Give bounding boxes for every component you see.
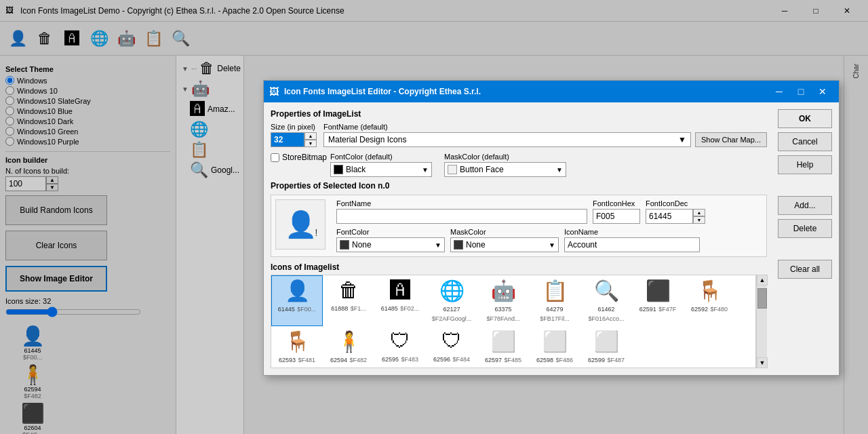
modal-right-buttons: OK Cancel Help Add... Delete Clear all [772, 109, 832, 368]
properties-header: Properties of ImageList [271, 109, 767, 119]
imagelist-tile-3[interactable]: 🌐 62127 $F2AFGoogl... [426, 275, 477, 326]
props-row-1: Size (in pixel) ▲ ▼ FontName (default) [271, 123, 767, 147]
imagelist-tile-4[interactable]: 🤖 63375 $F78FAnd... [477, 275, 529, 326]
imagelist-tile-14[interactable]: ⬜ 62598 $F486 [529, 326, 580, 368]
maskcolor-field-col: MaskColor None ▼ [450, 228, 559, 252]
maskcolor-swatch [448, 165, 457, 174]
scroll-up-button[interactable]: ▲ [757, 275, 768, 285]
add-button[interactable]: Add... [778, 196, 832, 215]
fonticondec-spinbox-buttons: ▲ ▼ [693, 209, 705, 224]
fontname-dropdown[interactable]: Material Design Icons ▼ [323, 132, 691, 147]
store-bitmap-checkbox-row: StoreBitmap [271, 153, 318, 162]
scroll-thumb[interactable] [757, 288, 767, 309]
selected-icon-header: Properties of Selected Icon n.0 [271, 181, 767, 191]
selected-props-row: 👤! FontName [275, 199, 762, 252]
imagelist-tile-5[interactable]: 📋 64279 $FB17Fil... [529, 275, 580, 326]
fontname-field-input[interactable] [336, 209, 587, 224]
delete-button[interactable]: Delete [778, 219, 832, 238]
fontname-dropdown-arrow: ▼ [678, 135, 686, 144]
imagelist-tile-15[interactable]: ⬜ 62599 $F487 [580, 326, 632, 368]
imagelist-tile-10[interactable]: 🧍 62594 $F482 [323, 326, 374, 368]
spacer2 [778, 242, 832, 256]
modal-maximize-button[interactable]: □ [790, 84, 812, 99]
field-row-1: FontName FontIconHex FontIconDec [336, 199, 762, 224]
modal-close-button[interactable]: ✕ [812, 84, 833, 99]
fontname-field-col: FontName [336, 199, 587, 224]
modal-main-row: Properties of ImageList Size (in pixel) … [271, 109, 832, 368]
imagelist-tile-8[interactable]: 🪑 62592 $F480 [684, 275, 735, 326]
maskcolor-dropdown[interactable]: Button Face ▼ [444, 162, 566, 177]
modal-main-area: Properties of ImageList Size (in pixel) … [271, 109, 767, 368]
maskcolor-value: Button Face [460, 165, 504, 174]
modal-dialog: 🖼 Icon Fonts ImageList Editor - Copyrigh… [263, 80, 840, 376]
size-label: Size (in pixel) [271, 123, 317, 131]
imagelist-tile-0[interactable]: 👤 61445 $F00... [271, 275, 323, 326]
imagelist-tile-9[interactable]: 🪑 62593 $F481 [271, 326, 323, 368]
fonticondec-label: FontIconDec [646, 199, 705, 208]
maskcolor-col: MaskColor (default) Button Face ▼ [444, 153, 566, 177]
fonticondec-decrement[interactable]: ▼ [693, 216, 705, 224]
size-input[interactable] [271, 132, 304, 147]
fontcolor-dropdown[interactable]: Black ▼ [330, 162, 432, 177]
fontcolor-value: Black [346, 165, 366, 174]
iconname-input[interactable] [564, 237, 700, 252]
clear-all-button[interactable]: Clear all [778, 260, 832, 279]
imagelist-header: Icons of Imagelist [271, 262, 767, 272]
imagelist-tile-13[interactable]: ⬜ 62597 $F485 [477, 326, 529, 368]
fonticondec-input[interactable] [646, 209, 693, 224]
size-increment[interactable]: ▲ [304, 132, 317, 140]
store-bitmap-label: StoreBitmap [282, 153, 327, 162]
field-row-2: FontColor None ▼ MaskColor [336, 228, 762, 252]
maskcolor-dropdown-arrow: ▼ [556, 166, 563, 174]
size-decrement[interactable]: ▼ [304, 140, 317, 147]
maskcolor-field-label: MaskColor [450, 228, 559, 236]
fontname-label: FontName (default) [323, 123, 767, 131]
scroll-down-button[interactable]: ▼ [757, 357, 768, 368]
fonticohex-label: FontIconHex [593, 199, 640, 208]
fonticondec-col: FontIconDec ▲ ▼ [646, 199, 705, 224]
cancel-button[interactable]: Cancel [778, 132, 832, 151]
fonticondec-increment[interactable]: ▲ [693, 209, 705, 216]
modal-titlebar-buttons: ─ □ ✕ [768, 84, 833, 99]
selected-props: 👤! FontName [271, 195, 767, 257]
fontcolor-swatch [334, 165, 343, 174]
props-row-2: StoreBitmap FontColor (default) Black ▼ [271, 153, 767, 177]
selected-icon-exclamation: ! [315, 227, 318, 238]
show-char-map-button[interactable]: Show Char Map... [695, 132, 767, 147]
fontcolor-field-value: None [352, 240, 372, 250]
fonticondec-spinbox: ▲ ▼ [646, 209, 705, 224]
fontcolor-field-dropdown[interactable]: None ▼ [336, 237, 445, 252]
imagelist-tile-12[interactable]: 🛡 62596 $F484 [426, 326, 477, 368]
imagelist-tile-6[interactable]: 🔍 61462 $F016Acco... [580, 275, 632, 326]
store-bitmap-checkbox[interactable] [271, 153, 279, 162]
fonticohex-col: FontIconHex [593, 199, 640, 224]
iconname-col: IconName [564, 228, 700, 252]
selected-icon-preview: 👤! [275, 199, 326, 250]
spacer [778, 178, 832, 192]
imagelist-tile-7[interactable]: ⬛ 62591 $F47F [632, 275, 684, 326]
imagelist-tile-11[interactable]: 🛡 62595 $F483 [374, 326, 426, 368]
imagelist-area: 👤 61445 $F00... 🗑 61888 $F1... 🅰 61485 [271, 275, 767, 368]
imagelist-tile-2[interactable]: 🅰 61485 $F02... [374, 275, 426, 326]
selected-icon-glyph: 👤! [285, 210, 317, 239]
help-button[interactable]: Help [778, 155, 832, 174]
fontcolor-dropdown-arrow: ▼ [422, 166, 429, 174]
imagelist-scrollbar: ▲ ▼ [756, 275, 767, 368]
store-bitmap-col: StoreBitmap [271, 153, 318, 165]
ok-button[interactable]: OK [778, 109, 832, 128]
size-spinbox: ▲ ▼ [271, 132, 317, 147]
modal-minimize-button[interactable]: ─ [768, 84, 790, 99]
selected-icon-fields: FontName FontIconHex FontIconDec [336, 199, 762, 252]
fontcolor-field-col: FontColor None ▼ [336, 228, 445, 252]
scroll-track [757, 285, 767, 357]
fontname-field-label: FontName [336, 199, 587, 208]
fontname-row: Material Design Icons ▼ Show Char Map... [323, 132, 767, 147]
fontcolor-field-label: FontColor [336, 228, 445, 236]
imagelist-tile-1[interactable]: 🗑 61888 $F1... [323, 275, 374, 326]
iconname-label: IconName [564, 228, 700, 236]
modal-title: Icon Fonts ImageList Editor - Copyright … [284, 87, 768, 96]
fonticohex-input[interactable] [593, 209, 640, 224]
maskcolor-field-dropdown[interactable]: None ▼ [450, 237, 559, 252]
modal-titlebar-icon: 🖼 [269, 86, 280, 97]
maskcolor-field-value: None [466, 240, 486, 250]
